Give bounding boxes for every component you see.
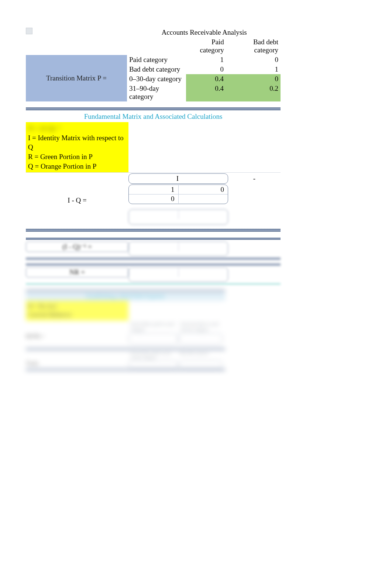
spacer <box>26 28 128 37</box>
p-rowlabel: 0–30-day category <box>127 74 186 84</box>
note-line: Current Balances <box>28 311 126 319</box>
p-val-green: 0.4 <box>186 84 226 101</box>
inverse-row: (I - Q)⁻¹ = <box>26 240 281 258</box>
matrix-i: 1 0 0 <box>128 184 228 204</box>
p-val-green: 0.2 <box>226 84 281 101</box>
nr-label: NR = <box>26 267 128 277</box>
p-row-0-30: 0–30-day category 0.4 0 <box>127 74 281 84</box>
p-row-baddebt: Bad debt category 0 1 <box>127 65 281 74</box>
p-rowlabel: Bad debt category <box>127 65 186 74</box>
matrix-i-header: I <box>128 173 228 184</box>
title-row: Accounts Receivable Analysis <box>26 28 281 37</box>
p-col-header-2: Bad debt category <box>226 37 281 55</box>
notes-block-1: N = (I-Q)⁻¹ I = Identity Matrix with res… <box>26 122 128 172</box>
matrix-cell: 0 <box>129 194 179 203</box>
note-line: B = [b₁ b₂] <box>28 302 126 311</box>
fundamental-matrix-title: Fundamental Matrix and Associated Calcul… <box>26 111 281 122</box>
p-val-green: 0 <box>226 74 281 84</box>
spacer <box>26 37 128 55</box>
matrix-header-i: I <box>129 174 228 183</box>
spacer <box>128 37 186 55</box>
bnr-header-2: Total bad debt in each current category <box>178 321 223 333</box>
section-underline <box>26 283 281 284</box>
inverse-label: (I - Q)⁻¹ = <box>26 241 128 252</box>
section-divider <box>26 107 281 110</box>
matrix-inverse <box>128 241 228 256</box>
p-row-paid: Paid category 1 0 <box>127 55 281 65</box>
p-rowlabel: Paid category <box>127 55 186 65</box>
iq-label: I - Q = <box>26 173 128 228</box>
p-val-green: 0.4 <box>186 74 226 84</box>
p-val: 0 <box>186 65 226 74</box>
notes-row-1: N = (I-Q)⁻¹ I = Identity Matrix with res… <box>26 122 281 172</box>
p-rowlabel: 31–90-day category <box>127 84 186 101</box>
p-col-header-1: Paid category <box>186 37 226 55</box>
note-line: R = Green Portion in P <box>28 152 126 162</box>
matrix-cell <box>179 194 228 203</box>
p-matrix-body: Transition Matrix P = Paid category 1 0 … <box>26 55 281 101</box>
matrix-cell: 1 <box>129 185 179 194</box>
note-line: Q = Orange Portion in P <box>28 162 126 171</box>
totals-label: Totals <box>26 361 128 369</box>
p-val: 0 <box>226 55 281 65</box>
bnr-label: B(NR) = <box>26 333 128 344</box>
iq-block: I - Q = I - 1 0 0 <box>26 172 281 228</box>
note-line: I = Identity Matrix with respect to Q <box>28 133 126 152</box>
matrix-iq-result <box>128 209 228 225</box>
matrix-nr <box>128 267 228 282</box>
page-title: Accounts Receivable Analysis <box>128 28 281 37</box>
section-divider <box>26 258 281 260</box>
minus-sign: - <box>228 175 281 183</box>
notes-block-2: B = [b₁ b₂] Current Balances <box>26 301 128 321</box>
section-divider <box>26 229 281 232</box>
bnr-header-1: Total dollars paid in each category <box>128 321 178 333</box>
p-val: 1 <box>226 65 281 74</box>
p-matrix-label: Transition Matrix P = <box>26 55 127 101</box>
note-line: N = (I-Q)⁻¹ <box>28 124 126 133</box>
bad-debt-title: Establishing a Bad Debt Expense <box>26 292 225 301</box>
totals-header-1: Total dollars paid in each current categ… <box>128 350 178 361</box>
p-column-headers: Paid category Bad debt category <box>26 37 281 55</box>
totals-header-2: Bad debt expense <box>178 350 223 361</box>
iq-header-row: I - <box>128 173 281 184</box>
bad-debt-section: Establishing a Bad Debt Expense B = [b₁ … <box>26 290 225 371</box>
worksheet: Accounts Receivable Analysis Paid catego… <box>26 28 281 371</box>
p-row-31-90: 31–90-day category 0.4 0.2 <box>127 84 281 101</box>
p-val: 1 <box>186 55 226 65</box>
matrix-cell: 0 <box>179 185 228 194</box>
nr-row: NR = <box>26 266 281 283</box>
